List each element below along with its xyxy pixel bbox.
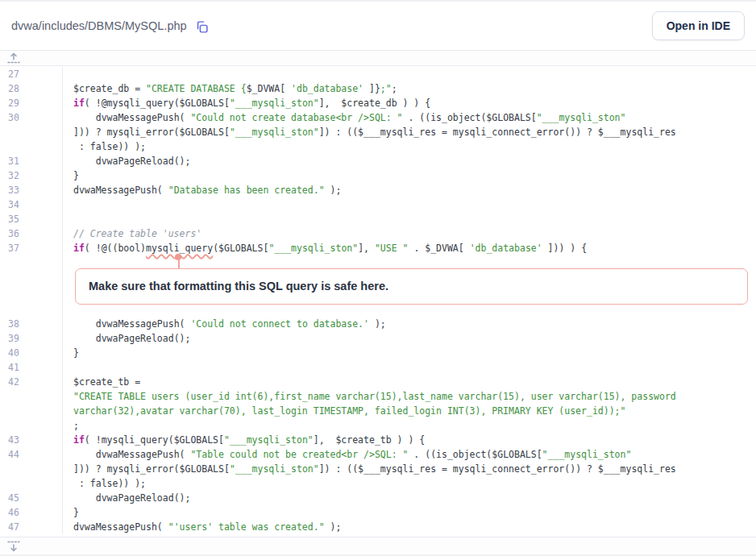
line-number: 37 bbox=[0, 241, 63, 255]
line-number: 31 bbox=[0, 154, 63, 168]
line-number: 30 bbox=[0, 110, 63, 154]
code-line-text: dvwaMessagePush( 'Could not connect to d… bbox=[63, 317, 756, 331]
line-number: 45 bbox=[0, 491, 63, 505]
code-line-text: $create_db = "CREATE DATABASE {$_DVWA[ '… bbox=[63, 81, 756, 96]
annotation-box[interactable]: Make sure that formatting this SQL query… bbox=[75, 268, 748, 305]
line-number: 35 bbox=[0, 212, 63, 226]
code-line-text: dvwaPageReload(); bbox=[63, 491, 756, 505]
code-line-text bbox=[63, 360, 756, 375]
code-line-text: if( !@((bool)mysqli_query($GLOBALS["___m… bbox=[63, 241, 756, 255]
code-line-text: dvwaMessagePush( "'users' table was crea… bbox=[63, 520, 756, 534]
code-line: 34 bbox=[0, 197, 756, 212]
line-number: 34 bbox=[0, 197, 63, 212]
code-line: 31 dvwaPageReload(); bbox=[0, 154, 756, 168]
annotation-wrap: Make sure that formatting this SQL query… bbox=[63, 255, 756, 317]
expand-down-icon[interactable] bbox=[7, 541, 20, 552]
line-number: 43 bbox=[0, 433, 63, 447]
expand-up-icon[interactable] bbox=[7, 52, 20, 64]
code-line-text: if( !mysqli_query($GLOBALS["___mysqli_st… bbox=[63, 433, 756, 447]
code-line-text: dvwaPageReload(); bbox=[63, 154, 756, 168]
code-area: 2728$create_db = "CREATE DATABASE {$_DVW… bbox=[0, 66, 756, 537]
code-line: 41 bbox=[0, 360, 756, 375]
code-line: 42$create_tb = "CREATE TABLE users (user… bbox=[0, 375, 756, 433]
code-line: 38 dvwaMessagePush( 'Could not connect t… bbox=[0, 317, 756, 331]
code-line-text: // Create table 'users' bbox=[63, 226, 756, 241]
file-path: dvwa/includes/DBMS/MySQL.php bbox=[11, 19, 187, 32]
code-line: 28$create_db = "CREATE DATABASE {$_DVWA[… bbox=[0, 81, 756, 96]
expand-down-row bbox=[0, 537, 756, 554]
line-number: 47 bbox=[0, 520, 63, 534]
code-line: 32} bbox=[0, 168, 756, 183]
code-line: 36// Create table 'users' bbox=[0, 226, 756, 241]
line-number: 38 bbox=[0, 317, 63, 331]
code-line-text bbox=[63, 197, 756, 212]
code-line: 47dvwaMessagePush( "'users' table was cr… bbox=[0, 520, 756, 534]
line-number: 28 bbox=[0, 81, 63, 96]
line-number: 33 bbox=[0, 183, 63, 197]
code-line-text: if( !@mysqli_query($GLOBALS["___mysqli_s… bbox=[63, 96, 756, 110]
expand-up-row bbox=[0, 51, 756, 66]
code-line: 40} bbox=[0, 346, 756, 360]
header: dvwa/includes/DBMS/MySQL.php Open in IDE bbox=[0, 2, 756, 51]
code-line-text: } bbox=[63, 505, 756, 520]
line-number: 44 bbox=[0, 447, 63, 491]
code-line: 27 bbox=[0, 67, 756, 81]
annotation-row: Make sure that formatting this SQL query… bbox=[0, 255, 756, 317]
code-line: 39 dvwaPageReload(); bbox=[0, 331, 756, 346]
code-line: 46} bbox=[0, 505, 756, 520]
code-line-text: } bbox=[63, 168, 756, 183]
code-lines: 2728$create_db = "CREATE DATABASE {$_DVW… bbox=[0, 67, 756, 534]
line-number: 41 bbox=[0, 360, 63, 375]
annotation-text: Make sure that formatting this SQL query… bbox=[89, 279, 734, 294]
code-line: 33dvwaMessagePush( "Database has been cr… bbox=[0, 183, 756, 197]
code-line-text: } bbox=[63, 346, 756, 360]
line-number: 27 bbox=[0, 67, 63, 81]
gutter-spacer bbox=[0, 255, 63, 317]
code-line: 43if( !mysqli_query($GLOBALS["___mysqli_… bbox=[0, 433, 756, 447]
open-in-ide-button[interactable]: Open in IDE bbox=[652, 11, 745, 40]
code-line-text bbox=[63, 212, 756, 226]
line-number: 42 bbox=[0, 375, 63, 433]
line-number: 39 bbox=[0, 331, 63, 346]
flagged-token: mysqli_query bbox=[146, 243, 213, 254]
code-line-text: dvwaMessagePush( "Table could not be cre… bbox=[63, 447, 756, 491]
code-line-text: dvwaPageReload(); bbox=[63, 331, 756, 346]
code-viewer-panel: dvwa/includes/DBMS/MySQL.php Open in IDE… bbox=[0, 2, 756, 554]
code-line-text: $create_tb = "CREATE TABLE users (user_i… bbox=[63, 375, 756, 433]
code-line: 37if( !@((bool)mysqli_query($GLOBALS["__… bbox=[0, 241, 756, 255]
code-line-text: dvwaMessagePush( "Could not create datab… bbox=[63, 110, 756, 154]
file-title-wrap: dvwa/includes/DBMS/MySQL.php bbox=[11, 19, 209, 34]
code-line-text: dvwaMessagePush( "Database has been crea… bbox=[63, 183, 756, 197]
copy-icon[interactable] bbox=[195, 20, 209, 34]
line-number: 36 bbox=[0, 226, 63, 241]
code-line: 30 dvwaMessagePush( "Could not create da… bbox=[0, 110, 756, 154]
line-number: 46 bbox=[0, 505, 63, 520]
line-number: 40 bbox=[0, 346, 63, 360]
code-line: 45 dvwaPageReload(); bbox=[0, 491, 756, 505]
annotation-connector-line bbox=[178, 258, 180, 268]
line-number: 32 bbox=[0, 168, 63, 183]
line-number: 29 bbox=[0, 96, 63, 110]
code-line: 35 bbox=[0, 212, 756, 226]
code-line: 44 dvwaMessagePush( "Table could not be … bbox=[0, 447, 756, 491]
code-line: 29if( !@mysqli_query($GLOBALS["___mysqli… bbox=[0, 96, 756, 110]
code-line-text bbox=[63, 67, 756, 81]
